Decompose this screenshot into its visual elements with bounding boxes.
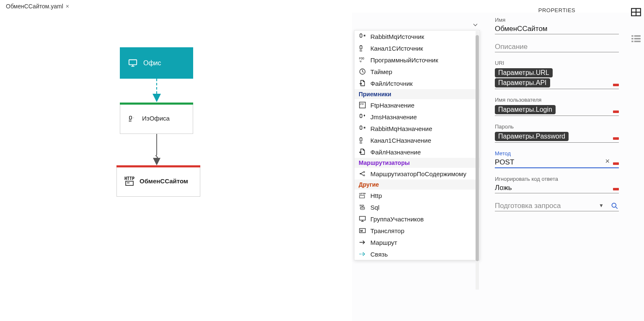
ignore-select[interactable]: Ложь — [495, 183, 619, 193]
diagram-canvas[interactable]: Офис ← 1c ИзОфиса HTTP ОбменССайтом — [0, 13, 352, 321]
svg-rect-6 — [126, 181, 133, 185]
source-1c-icon: 1c — [359, 44, 366, 52]
chevron-down-icon[interactable]: ▼ — [599, 203, 604, 208]
arrow-right-icon — [359, 239, 366, 246]
http-icon: HTTP — [359, 192, 366, 199]
palette-item-http[interactable]: HTTP Http — [354, 190, 479, 201]
password-input[interactable]: Параметры.Password — [495, 131, 619, 143]
grid-icon[interactable] — [631, 7, 641, 18]
rabbit-icon — [359, 125, 366, 132]
ignore-value: Ложь — [495, 184, 512, 192]
param-tag[interactable]: Параметры.Login — [495, 105, 556, 114]
palette-item-route[interactable]: Маршрут — [354, 236, 479, 248]
param-tag[interactable]: Параметры.URL — [495, 68, 553, 77]
palette-item-label: Маршрут — [370, 239, 397, 246]
field-method: Метод POST × — [495, 150, 619, 168]
remove-icon[interactable] — [613, 84, 619, 86]
palette-item-content-router[interactable]: МаршрутизаторПоСодержимому — [354, 168, 479, 180]
palette-item-timer[interactable]: Таймер — [354, 66, 479, 77]
field-uri: URI Параметры.URL Параметры.API — [495, 60, 619, 89]
http-icon: HTTP — [124, 177, 134, 186]
editor-tab[interactable]: ОбменССайтом.yaml × — [2, 1, 73, 11]
method-select[interactable]: POST × — [495, 157, 619, 168]
svg-point-24 — [612, 203, 616, 207]
palette-item-link[interactable]: Связь — [354, 248, 479, 260]
palette-item-label: Sql — [370, 204, 380, 211]
close-icon[interactable]: × — [66, 3, 69, 10]
palette-panel: ⌵ RabbitMqИсточник 1c Канал1СИсточник F0… — [354, 30, 480, 260]
svg-text:FTP: FTP — [360, 103, 364, 105]
properties-title: PROPERTIES — [495, 7, 619, 13]
palette-list[interactable]: RabbitMqИсточник 1c Канал1СИсточник F00 … — [354, 31, 479, 260]
field-description: Описание — [495, 42, 619, 52]
palette-category-other: Другие — [354, 180, 479, 190]
list-icon[interactable] — [631, 33, 641, 44]
node-from-office[interactable]: ← 1c ИзОфиса — [120, 103, 193, 134]
code-icon: F00 — [359, 56, 366, 64]
field-password: Пароль Параметры.Password — [495, 123, 619, 143]
svg-rect-33 — [631, 41, 633, 42]
svg-point-18 — [360, 207, 365, 208]
remove-icon[interactable] — [613, 162, 619, 165]
param-tag[interactable]: Параметры.API — [495, 78, 550, 87]
palette-item-rabbit-dst[interactable]: RabbitMqНазначение — [354, 123, 479, 134]
translator-icon: M — [359, 227, 366, 234]
monitor-icon — [359, 215, 366, 223]
palette-item-label: RabbitMqНазначение — [370, 125, 432, 132]
node-office[interactable]: Офис — [120, 47, 193, 79]
svg-rect-17 — [360, 195, 365, 198]
field-label: URI — [495, 60, 619, 66]
uri-input[interactable]: Параметры.URL Параметры.API — [495, 67, 619, 89]
dashed-arrow-icon — [359, 250, 366, 258]
palette-item-label: Таймер — [370, 68, 392, 75]
svg-line-25 — [616, 207, 618, 209]
palette-item-rabbit-src[interactable]: RabbitMqИсточник — [354, 31, 479, 42]
node-label: Офис — [143, 59, 161, 67]
name-input[interactable]: ОбменССайтом — [495, 24, 619, 34]
palette-item-sql[interactable]: SQL Sql — [354, 201, 479, 213]
field-label: Имя — [495, 17, 619, 23]
node-topbar — [120, 103, 193, 105]
svg-rect-31 — [631, 38, 633, 39]
svg-rect-32 — [634, 38, 641, 39]
dest-1c-icon: 1c — [359, 136, 366, 144]
node-exchange[interactable]: HTTP ОбменССайтом — [116, 165, 200, 197]
palette-scrollbar[interactable] — [476, 31, 479, 290]
svg-text:←: ← — [132, 116, 134, 119]
palette-item-jms-dst[interactable]: JmsНазначение — [354, 111, 479, 123]
palette-item-translator[interactable]: M Транслятор — [354, 225, 479, 236]
palette-item-label: МаршрутизаторПоСодержимому — [370, 170, 466, 177]
palette-item-label: RabbitMqИсточник — [370, 33, 424, 40]
user-input[interactable]: Параметры.Login — [495, 104, 619, 116]
clear-icon[interactable]: × — [605, 157, 610, 166]
field-label: Игнорировать код ответа — [495, 176, 619, 182]
svg-text:1c: 1c — [360, 141, 362, 144]
sql-icon: SQL — [359, 203, 366, 211]
param-tag[interactable]: Параметры.Password — [495, 132, 569, 141]
palette-item-file-dst[interactable]: ФайлНазначение — [354, 146, 479, 158]
palette-item-prog-src[interactable]: F00 ПрограммныйИсточник — [354, 54, 479, 66]
palette-item-chan1c-dst[interactable]: 1c Канал1СНазначение — [354, 134, 479, 146]
clock-icon — [359, 68, 366, 75]
remove-icon[interactable] — [613, 110, 619, 113]
description-input[interactable]: Описание — [495, 42, 619, 52]
search-icon[interactable] — [610, 202, 619, 210]
remove-icon[interactable] — [613, 188, 619, 190]
chevron-down-icon[interactable]: ⌵ — [473, 19, 478, 28]
field-prepare: Подготовка запроса ▼ — [495, 201, 619, 211]
palette-item-ftp-dst[interactable]: FTP FtpНазначение — [354, 99, 479, 111]
monitor-icon — [127, 59, 138, 68]
palette-item-label: ФайлНазначение — [370, 149, 421, 156]
prepare-select[interactable]: Подготовка запроса ▼ — [495, 201, 619, 211]
palette-category-receivers: Приемники — [354, 89, 479, 99]
scrollbar-thumb[interactable] — [476, 35, 479, 261]
remove-icon[interactable] — [613, 137, 619, 140]
field-name: Имя ОбменССайтом — [495, 17, 619, 34]
palette-item-chan1c-src[interactable]: 1c Канал1СИсточник — [354, 42, 479, 54]
palette-item-label: Канал1СНазначение — [370, 137, 431, 144]
node-label: ОбменССайтом — [140, 177, 188, 185]
palette-item-group[interactable]: ГруппаУчастников — [354, 213, 479, 225]
svg-rect-1 — [129, 59, 137, 64]
palette-item-file-src[interactable]: ФайлИсточник — [354, 77, 479, 89]
method-value: POST — [495, 158, 514, 166]
